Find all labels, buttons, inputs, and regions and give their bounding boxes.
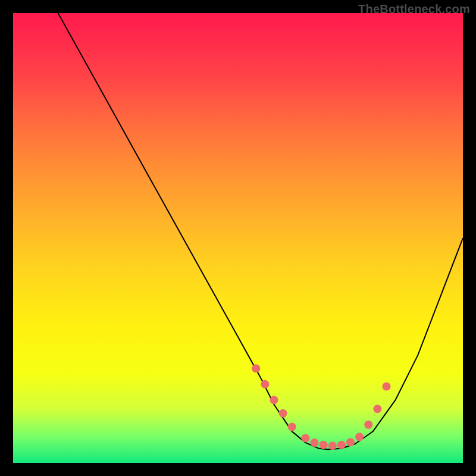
marker-dot (346, 438, 355, 446)
marker-dot (364, 421, 372, 429)
marker-dot (383, 383, 391, 391)
marker-dot (270, 396, 278, 404)
marker-dot (320, 441, 328, 449)
marker-dot (328, 441, 337, 450)
marker-dot (337, 441, 346, 449)
chart-stage: TheBottleneck.com (0, 0, 476, 476)
marker-dot (355, 433, 364, 441)
marker-dots (252, 364, 390, 450)
marker-dot (252, 364, 260, 372)
marker-dot (288, 423, 296, 431)
marker-dot (311, 439, 319, 447)
marker-dot (279, 409, 287, 418)
curve-layer (13, 13, 463, 463)
marker-dot (301, 434, 309, 442)
marker-dot (261, 380, 269, 389)
marker-dot (373, 405, 381, 413)
bottleneck-curve (58, 13, 463, 449)
plot-area (13, 13, 463, 463)
